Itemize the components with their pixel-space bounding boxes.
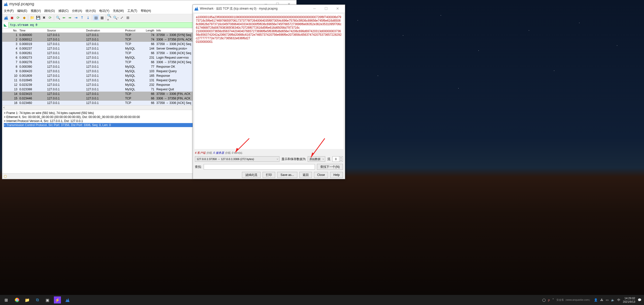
stream-number-input[interactable]	[332, 156, 339, 162]
tray-network-icon[interactable]: 🖧	[600, 298, 603, 302]
task-chrome-icon[interactable]	[12, 295, 22, 305]
next-icon[interactable]: ➡	[67, 15, 73, 20]
hex-client-2: 210000000373656c656374420404076657273696…	[196, 29, 342, 40]
find-icon[interactable]: 🔍	[55, 15, 61, 20]
wireshark-icon	[194, 7, 198, 11]
zoom-out-icon[interactable]: 🔍-	[113, 15, 119, 20]
start-capture-icon[interactable]	[3, 15, 9, 20]
menu-item[interactable]: 视图(V)	[31, 9, 41, 13]
tray-ime[interactable]: 中	[617, 298, 620, 302]
stop-capture-icon[interactable]: ◼	[9, 15, 15, 20]
task-explorer-icon[interactable]: 📁	[22, 295, 32, 305]
menu-item[interactable]: 统计(S)	[86, 9, 96, 13]
menu-item[interactable]: 帮助(H)	[141, 9, 151, 13]
dialog-button[interactable]: Save as...	[277, 172, 297, 178]
dialog-minimize-button[interactable]: ─	[309, 5, 320, 12]
goto-icon[interactable]: ⇥	[73, 15, 79, 20]
open-icon[interactable]: 📁	[29, 15, 35, 20]
reload-icon[interactable]: ⟳	[47, 15, 53, 20]
col-proto[interactable]: Protocol	[124, 28, 140, 32]
task-terminal-icon[interactable]: ▣	[42, 295, 52, 305]
connection-select[interactable]: 127.0.0.1:37358 → 127.0.0.1:3306 (272 by…	[195, 156, 279, 162]
tray-chevron-icon[interactable]: ˄	[552, 298, 554, 302]
menu-item[interactable]: 文件(F)	[4, 9, 14, 13]
options-icon[interactable]: ◆	[21, 15, 27, 20]
dialog-titlebar[interactable]: Wireshark · 追踪 TCP 流 (tcp.stream eq 0) ·…	[193, 5, 345, 12]
dialog-button[interactable]: 滤掉此流	[242, 172, 261, 178]
dialog-button[interactable]: 打印	[263, 172, 275, 178]
system-tray: ◯ ρ ˄ 安全客（www.anquanke.com） 👤 🖧 ▭ 🔈 中 14…	[540, 296, 644, 303]
watermark-text: 安全客（www.anquanke.com）	[556, 298, 592, 302]
save-icon[interactable]: 💾	[35, 15, 41, 20]
follow-stream-dialog: Wireshark · 追踪 TCP 流 (tcp.stream eq 0) ·…	[193, 5, 345, 179]
menu-item[interactable]: 编辑(E)	[17, 9, 27, 13]
colorize-icon[interactable]: ▦	[99, 15, 105, 20]
stream-label: 流	[327, 157, 330, 161]
col-dst[interactable]: Destination	[85, 28, 124, 32]
zoom-reset-icon[interactable]: ⤢	[119, 15, 125, 20]
tray-volume-icon[interactable]: 🔈	[611, 298, 615, 302]
stream-content[interactable]: a100000185a23f00000000010800000000000000…	[194, 14, 343, 149]
task-wireshark-icon[interactable]	[62, 295, 73, 305]
start-button[interactable]: ⊞	[0, 298, 12, 302]
close-file-icon[interactable]: ✖	[41, 15, 47, 20]
last-icon[interactable]: ⤓	[85, 15, 91, 20]
first-icon[interactable]: ⤒	[79, 15, 85, 20]
find-label: 查找:	[195, 165, 202, 169]
show-as-label: 显示和保存数据为	[281, 157, 306, 161]
menu-item[interactable]: 工具(T)	[127, 9, 137, 13]
dialog-title: Wireshark · 追踪 TCP 流 (tcp.stream eq 0) ·…	[200, 7, 278, 11]
task-app-icon[interactable]: ⚡	[54, 296, 61, 303]
bookmark-icon[interactable]: ◣	[2, 22, 8, 27]
find-next-button[interactable]: 查找下一个(N)	[317, 164, 343, 170]
prev-icon[interactable]: ⬅	[61, 15, 67, 20]
dialog-button[interactable]: 返回	[299, 172, 312, 178]
hex-client-3: 0100000001	[196, 40, 342, 44]
taskbar: ⊞ 📁 ⧉ ▣ ⚡ ◯ ρ ˄ 安全客（www.anquanke.com） 👤 …	[0, 295, 644, 305]
dialog-close-button[interactable]: ✕	[332, 5, 343, 12]
dialog-button[interactable]: Help	[330, 172, 343, 178]
tray-search-icon[interactable]: ◯	[542, 298, 546, 302]
dialog-maximize-button[interactable]: ☐	[320, 5, 332, 12]
task-vscode-icon[interactable]: ⧉	[32, 295, 42, 305]
restart-capture-icon[interactable]: ⟳	[15, 15, 21, 20]
tray-cortana-icon[interactable]: ρ	[548, 298, 550, 302]
resize-cols-icon[interactable]: ⊞	[125, 15, 131, 20]
menu-item[interactable]: 分析(A)	[72, 9, 82, 13]
hex-client-1: a100000185a23f00000000010800000000000000…	[196, 15, 342, 29]
window-title: mysql.pcapng	[9, 2, 34, 6]
col-len[interactable]: Length	[140, 28, 155, 32]
stream-summary: 4 客户端 分组, 0 服务器 分组, 0 turn(s).	[193, 150, 345, 155]
show-as-select[interactable]: 原始数据	[308, 156, 325, 162]
tray-people-icon[interactable]: 👤	[594, 298, 598, 302]
zoom-in-icon[interactable]: 🔍+	[107, 15, 113, 20]
wireshark-icon	[4, 2, 8, 6]
tray-notifications-icon[interactable]: 💬	[638, 298, 641, 302]
col-no[interactable]: No.	[2, 28, 18, 32]
status-ready-icon: ◯	[4, 175, 7, 178]
find-input[interactable]	[204, 164, 315, 170]
autoscroll-icon[interactable]: ▤	[93, 15, 99, 20]
tray-clock[interactable]: 14:29:022021/9/13	[623, 296, 635, 303]
menu-item[interactable]: 跳转(G)	[44, 9, 55, 13]
menu-item[interactable]: 电话(Y)	[99, 9, 109, 13]
tray-battery-icon[interactable]: ▭	[606, 298, 609, 302]
menu-item[interactable]: 捕获(C)	[58, 9, 69, 13]
col-src[interactable]: Source	[46, 28, 85, 32]
col-time[interactable]: Time	[18, 28, 46, 32]
dialog-button[interactable]: Close	[314, 172, 328, 178]
menu-item[interactable]: 无线(W)	[113, 9, 124, 13]
stream-spinner[interactable]: ▲▼	[332, 156, 343, 162]
